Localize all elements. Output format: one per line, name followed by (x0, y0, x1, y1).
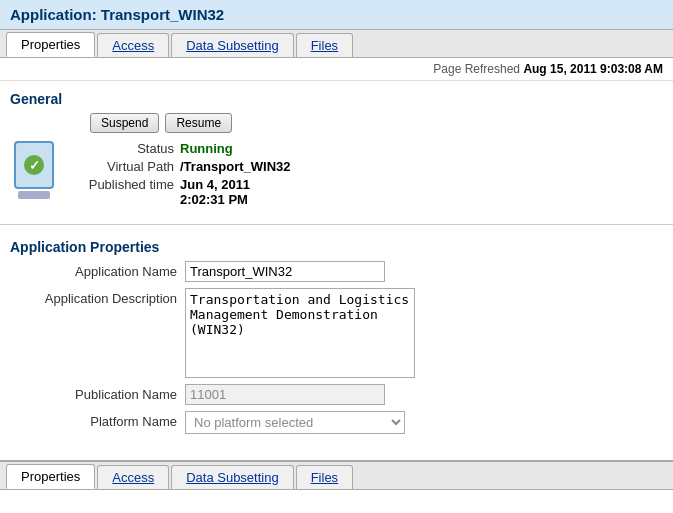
tab-data-subsetting-top[interactable]: Data Subsetting (171, 33, 294, 57)
tab-files-top[interactable]: Files (296, 33, 353, 57)
bottom-tab-row: Properties Access Data Subsetting Files (0, 462, 673, 490)
bottom-tab-bar: Properties Access Data Subsetting Files (0, 460, 673, 490)
suspend-button[interactable]: Suspend (90, 113, 159, 133)
app-desc-input[interactable]: Transportation and Logistics Management … (185, 288, 415, 378)
pub-name-row: Publication Name (10, 384, 663, 405)
tab-data-subsetting-bottom[interactable]: Data Subsetting (171, 465, 294, 489)
status-label: Status (70, 141, 180, 156)
virtual-path-label: Virtual Path (70, 159, 180, 174)
refresh-label: Page Refreshed (433, 62, 520, 76)
app-icon: ✓ (10, 141, 58, 201)
page-title: Application: Transport_WIN32 (10, 6, 224, 23)
action-buttons: Suspend Resume (90, 113, 663, 133)
app-icon-body: ✓ (14, 141, 54, 189)
app-properties-heading: Application Properties (0, 229, 673, 261)
published-time-value: Jun 4, 2011 2:02:31 PM (180, 177, 250, 207)
app-icon-base (18, 191, 50, 199)
app-name-input[interactable] (185, 261, 385, 282)
tab-access-top[interactable]: Access (97, 33, 169, 57)
platform-name-row: Platform Name No platform selected (10, 411, 663, 434)
status-info: Status Running Virtual Path /Transport_W… (70, 141, 291, 210)
app-desc-label: Application Description (10, 288, 185, 306)
checkmark-icon: ✓ (24, 155, 44, 175)
app-properties-section: Application Name Application Description… (0, 261, 673, 450)
tab-properties-bottom[interactable]: Properties (6, 464, 95, 489)
tab-files-bottom[interactable]: Files (296, 465, 353, 489)
status-block: ✓ Status Running Virtual Path /Transport… (10, 141, 663, 210)
app-name-label: Application Name (10, 261, 185, 279)
refresh-bar: Page Refreshed Aug 15, 2011 9:03:08 AM (0, 58, 673, 81)
status-row: Status Running (70, 141, 291, 156)
tab-access-bottom[interactable]: Access (97, 465, 169, 489)
section-divider (0, 224, 673, 225)
app-desc-row: Application Description Transportation a… (10, 288, 663, 378)
tab-properties[interactable]: Properties (6, 32, 95, 57)
platform-select[interactable]: No platform selected (185, 411, 405, 434)
refresh-time: Aug 15, 2011 9:03:08 AM (523, 62, 663, 76)
resume-button[interactable]: Resume (165, 113, 232, 133)
platform-select-wrap: No platform selected (185, 411, 405, 434)
status-value: Running (180, 141, 233, 156)
top-tab-bar: Properties Access Data Subsetting Files (0, 30, 673, 58)
published-time-row: Published time Jun 4, 2011 2:02:31 PM (70, 177, 291, 207)
general-section: Suspend Resume ✓ Status Running Virtual … (0, 113, 673, 220)
general-heading: General (0, 81, 673, 113)
virtual-path-value: /Transport_WIN32 (180, 159, 291, 174)
platform-name-label: Platform Name (10, 411, 185, 429)
virtual-path-row: Virtual Path /Transport_WIN32 (70, 159, 291, 174)
published-time-label: Published time (70, 177, 180, 207)
pub-name-label: Publication Name (10, 384, 185, 402)
app-name-row: Application Name (10, 261, 663, 282)
title-bar: Application: Transport_WIN32 (0, 0, 673, 30)
pub-name-input (185, 384, 385, 405)
